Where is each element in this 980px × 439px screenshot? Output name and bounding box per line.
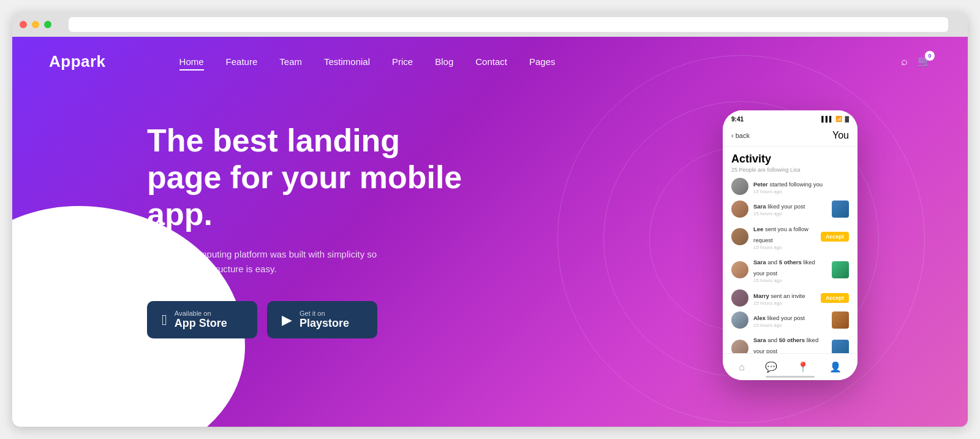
wifi-icon: 📶 bbox=[835, 116, 842, 122]
playstore-button[interactable]: ▶ Get it on Playstore bbox=[267, 301, 377, 338]
back-label: back bbox=[736, 132, 750, 139]
cta-buttons:  Available on App Store ▶ Get it on Pla… bbox=[147, 301, 466, 338]
playstore-icon: ▶ bbox=[282, 312, 292, 328]
cart-badge: 0 bbox=[925, 51, 935, 61]
activity-item: Peter started following you15 hours ago bbox=[731, 178, 849, 195]
back-chevron-icon: ‹ bbox=[731, 132, 734, 139]
phone-status-right: ▌▌▌ 📶 ▓ bbox=[821, 116, 849, 122]
phone-mockup: 9:41 ▌▌▌ 📶 ▓ ‹ back You bbox=[723, 110, 858, 380]
activity-text: Lee sent you a follow request15 hours ag… bbox=[753, 226, 816, 251]
nav-contact[interactable]: Contact bbox=[475, 56, 507, 67]
url-bar[interactable] bbox=[69, 17, 948, 32]
browser-window: Appark Home Feature Team Testimonial Pri… bbox=[12, 12, 968, 427]
playstore-big-text: Playstore bbox=[300, 317, 349, 330]
profile-icon[interactable]: 👤 bbox=[829, 361, 842, 373]
activity-text: Alex liked your post15 hours ago bbox=[753, 315, 827, 329]
activity-item: Alex liked your post15 hours ago bbox=[731, 311, 849, 329]
activity-image bbox=[832, 311, 849, 329]
appstore-text: Available on App Store bbox=[175, 310, 227, 330]
activity-text: Sara and 5 others liked your post15 hour… bbox=[753, 259, 827, 284]
close-dot[interactable] bbox=[20, 21, 27, 28]
activity-text: Peter started following you15 hours ago bbox=[753, 181, 849, 195]
maximize-dot[interactable] bbox=[44, 21, 51, 28]
hero-left: The best landing page for your mobile ap… bbox=[147, 110, 466, 338]
header: Appark Home Feature Team Testimonial Pri… bbox=[12, 37, 968, 86]
search-icon[interactable]: ⌕ bbox=[901, 55, 908, 68]
minimize-dot[interactable] bbox=[32, 21, 39, 28]
avatar bbox=[731, 261, 748, 278]
comment-icon[interactable]: 💬 bbox=[765, 361, 777, 373]
avatar bbox=[731, 178, 748, 195]
nav-pages[interactable]: Pages bbox=[529, 56, 556, 67]
hero-title: The best landing page for your mobile ap… bbox=[147, 123, 466, 232]
phone-back-button[interactable]: ‹ back bbox=[731, 132, 750, 139]
home-indicator bbox=[766, 376, 815, 378]
nav-price[interactable]: Price bbox=[392, 56, 413, 67]
avatar bbox=[731, 228, 748, 245]
activity-text-wrap: Sara liked your post15 hours ago bbox=[753, 200, 827, 217]
phone-nav-bar: ‹ back You bbox=[723, 128, 858, 147]
header-icons: ⌕ 🛒 0 bbox=[901, 55, 931, 68]
nav-blog[interactable]: Blog bbox=[435, 56, 453, 67]
browser-toolbar bbox=[12, 12, 968, 37]
activity-text-wrap: Alex liked your post15 hours ago bbox=[753, 311, 827, 329]
activity-title: Activity bbox=[731, 153, 849, 166]
avatar bbox=[731, 289, 748, 307]
activity-item: Marry sent an invite15 hours ago Accept bbox=[731, 289, 849, 307]
cart-wrapper: 🛒 0 bbox=[918, 55, 931, 68]
battery-icon: ▓ bbox=[845, 116, 849, 122]
avatar bbox=[731, 311, 748, 329]
appstore-small-text: Available on bbox=[175, 310, 227, 317]
playstore-text: Get it on Playstore bbox=[300, 310, 349, 330]
nav-team[interactable]: Team bbox=[279, 56, 302, 67]
playstore-small-text: Get it on bbox=[300, 310, 349, 317]
activity-text-wrap: Marry sent an invite15 hours ago bbox=[753, 289, 816, 307]
phone-activity-content: Activity 25 People are following Lisa Pe… bbox=[723, 147, 858, 373]
home-icon[interactable]: ⌂ bbox=[739, 362, 745, 373]
appstore-big-text: App Store bbox=[175, 317, 227, 330]
activity-item: Sara liked your post15 hours ago bbox=[731, 200, 849, 217]
nav: Home Feature Team Testimonial Price Blog… bbox=[179, 56, 901, 67]
activity-text-wrap: Sara and 5 others liked your post15 hour… bbox=[753, 256, 827, 284]
phone-time: 9:41 bbox=[731, 116, 744, 123]
phone-you-label: You bbox=[832, 130, 849, 141]
appstore-button[interactable]:  Available on App Store bbox=[147, 301, 257, 338]
activity-item: Sara and 5 others liked your post15 hour… bbox=[731, 256, 849, 284]
avatar bbox=[731, 200, 748, 218]
activity-text: Marry sent an invite15 hours ago bbox=[753, 292, 816, 307]
phone-screen: 9:41 ▌▌▌ 📶 ▓ ‹ back You bbox=[723, 110, 858, 380]
apple-icon:  bbox=[162, 311, 167, 329]
hero-description: Our cloud computing platform was built w… bbox=[147, 247, 392, 277]
accept-button[interactable]: Accept bbox=[821, 293, 849, 303]
logo[interactable]: Appark bbox=[49, 52, 106, 71]
activity-text-wrap: Lee sent you a follow request15 hours ag… bbox=[753, 223, 816, 251]
activity-image bbox=[832, 200, 849, 218]
page-content: Appark Home Feature Team Testimonial Pri… bbox=[12, 37, 968, 427]
phone-status-bar: 9:41 ▌▌▌ 📶 ▓ bbox=[723, 110, 858, 128]
nav-home[interactable]: Home bbox=[179, 56, 204, 67]
activity-text: Sara liked your post15 hours ago bbox=[753, 203, 827, 217]
signal-icon: ▌▌▌ bbox=[821, 116, 833, 122]
activity-item: Lee sent you a follow request15 hours ag… bbox=[731, 223, 849, 251]
activity-text-wrap: Peter started following you15 hours ago bbox=[753, 178, 849, 195]
activity-image bbox=[832, 261, 849, 278]
nav-feature[interactable]: Feature bbox=[226, 56, 258, 67]
activity-subtitle: 25 People are following Lisa bbox=[731, 167, 849, 173]
nav-testimonial[interactable]: Testimonial bbox=[324, 56, 370, 67]
accept-button[interactable]: Accept bbox=[821, 232, 849, 242]
location-icon[interactable]: 📍 bbox=[797, 361, 809, 373]
